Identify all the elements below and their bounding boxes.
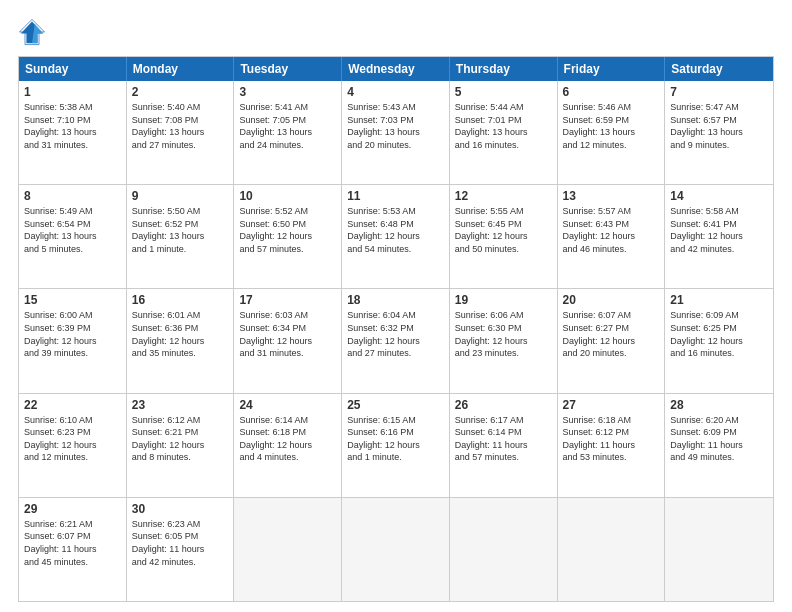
cell-line-1: Sunset: 6:43 PM (563, 218, 660, 231)
header-day-friday: Friday (558, 57, 666, 81)
cell-line-3: and 49 minutes. (670, 451, 768, 464)
day-number: 4 (347, 85, 444, 99)
day-number: 15 (24, 293, 121, 307)
cell-line-3: and 16 minutes. (670, 347, 768, 360)
day-number: 7 (670, 85, 768, 99)
cell-line-1: Sunset: 6:12 PM (563, 426, 660, 439)
cell-line-0: Sunrise: 6:23 AM (132, 518, 229, 531)
cell-line-2: Daylight: 13 hours (455, 126, 552, 139)
cell-line-3: and 35 minutes. (132, 347, 229, 360)
calendar-row-5: 29Sunrise: 6:21 AMSunset: 6:07 PMDayligh… (19, 497, 773, 601)
day-number: 28 (670, 398, 768, 412)
calendar-cell-22: 22Sunrise: 6:10 AMSunset: 6:23 PMDayligh… (19, 394, 127, 497)
cell-line-0: Sunrise: 5:43 AM (347, 101, 444, 114)
cell-line-3: and 20 minutes. (347, 139, 444, 152)
cell-line-1: Sunset: 6:14 PM (455, 426, 552, 439)
cell-line-1: Sunset: 6:59 PM (563, 114, 660, 127)
calendar-row-4: 22Sunrise: 6:10 AMSunset: 6:23 PMDayligh… (19, 393, 773, 497)
day-number: 25 (347, 398, 444, 412)
cell-line-0: Sunrise: 6:12 AM (132, 414, 229, 427)
cell-line-2: Daylight: 11 hours (455, 439, 552, 452)
cell-line-2: Daylight: 12 hours (239, 335, 336, 348)
logo (18, 18, 50, 46)
calendar-cell-23: 23Sunrise: 6:12 AMSunset: 6:21 PMDayligh… (127, 394, 235, 497)
calendar-cell-15: 15Sunrise: 6:00 AMSunset: 6:39 PMDayligh… (19, 289, 127, 392)
day-number: 14 (670, 189, 768, 203)
day-number: 23 (132, 398, 229, 412)
header-day-saturday: Saturday (665, 57, 773, 81)
cell-line-0: Sunrise: 6:18 AM (563, 414, 660, 427)
day-number: 1 (24, 85, 121, 99)
cell-line-0: Sunrise: 6:15 AM (347, 414, 444, 427)
cell-line-3: and 1 minute. (347, 451, 444, 464)
cell-line-3: and 53 minutes. (563, 451, 660, 464)
calendar-cell-17: 17Sunrise: 6:03 AMSunset: 6:34 PMDayligh… (234, 289, 342, 392)
calendar-row-1: 1Sunrise: 5:38 AMSunset: 7:10 PMDaylight… (19, 81, 773, 184)
cell-line-0: Sunrise: 5:38 AM (24, 101, 121, 114)
cell-line-2: Daylight: 12 hours (24, 439, 121, 452)
calendar-cell-29: 29Sunrise: 6:21 AMSunset: 6:07 PMDayligh… (19, 498, 127, 601)
cell-line-2: Daylight: 12 hours (239, 439, 336, 452)
day-number: 21 (670, 293, 768, 307)
cell-line-1: Sunset: 7:03 PM (347, 114, 444, 127)
day-number: 26 (455, 398, 552, 412)
calendar-cell-9: 9Sunrise: 5:50 AMSunset: 6:52 PMDaylight… (127, 185, 235, 288)
cell-line-1: Sunset: 6:39 PM (24, 322, 121, 335)
header-day-monday: Monday (127, 57, 235, 81)
cell-line-0: Sunrise: 6:20 AM (670, 414, 768, 427)
cell-line-2: Daylight: 12 hours (455, 335, 552, 348)
cell-line-1: Sunset: 6:34 PM (239, 322, 336, 335)
cell-line-3: and 9 minutes. (670, 139, 768, 152)
cell-line-0: Sunrise: 6:14 AM (239, 414, 336, 427)
cell-line-0: Sunrise: 5:47 AM (670, 101, 768, 114)
cell-line-0: Sunrise: 6:00 AM (24, 309, 121, 322)
cell-line-0: Sunrise: 5:58 AM (670, 205, 768, 218)
cell-line-2: Daylight: 12 hours (563, 230, 660, 243)
page: SundayMondayTuesdayWednesdayThursdayFrid… (0, 0, 792, 612)
cell-line-0: Sunrise: 6:17 AM (455, 414, 552, 427)
calendar-cell-25: 25Sunrise: 6:15 AMSunset: 6:16 PMDayligh… (342, 394, 450, 497)
cell-line-0: Sunrise: 6:06 AM (455, 309, 552, 322)
cell-line-2: Daylight: 13 hours (24, 230, 121, 243)
cell-line-2: Daylight: 12 hours (455, 230, 552, 243)
cell-line-0: Sunrise: 6:21 AM (24, 518, 121, 531)
calendar-cell-14: 14Sunrise: 5:58 AMSunset: 6:41 PMDayligh… (665, 185, 773, 288)
cell-line-2: Daylight: 11 hours (132, 543, 229, 556)
calendar-cell-21: 21Sunrise: 6:09 AMSunset: 6:25 PMDayligh… (665, 289, 773, 392)
calendar-cell-empty (558, 498, 666, 601)
day-number: 19 (455, 293, 552, 307)
day-number: 24 (239, 398, 336, 412)
cell-line-3: and 27 minutes. (132, 139, 229, 152)
cell-line-3: and 1 minute. (132, 243, 229, 256)
cell-line-2: Daylight: 13 hours (347, 126, 444, 139)
calendar-body: 1Sunrise: 5:38 AMSunset: 7:10 PMDaylight… (19, 81, 773, 601)
cell-line-2: Daylight: 12 hours (670, 335, 768, 348)
cell-line-2: Daylight: 11 hours (24, 543, 121, 556)
calendar-cell-27: 27Sunrise: 6:18 AMSunset: 6:12 PMDayligh… (558, 394, 666, 497)
cell-line-0: Sunrise: 5:40 AM (132, 101, 229, 114)
cell-line-1: Sunset: 6:41 PM (670, 218, 768, 231)
day-number: 5 (455, 85, 552, 99)
cell-line-1: Sunset: 6:57 PM (670, 114, 768, 127)
calendar-cell-empty (342, 498, 450, 601)
cell-line-0: Sunrise: 5:57 AM (563, 205, 660, 218)
calendar-cell-13: 13Sunrise: 5:57 AMSunset: 6:43 PMDayligh… (558, 185, 666, 288)
cell-line-2: Daylight: 12 hours (24, 335, 121, 348)
calendar-cell-3: 3Sunrise: 5:41 AMSunset: 7:05 PMDaylight… (234, 81, 342, 184)
cell-line-0: Sunrise: 6:07 AM (563, 309, 660, 322)
day-number: 6 (563, 85, 660, 99)
day-number: 13 (563, 189, 660, 203)
cell-line-2: Daylight: 13 hours (563, 126, 660, 139)
calendar-cell-7: 7Sunrise: 5:47 AMSunset: 6:57 PMDaylight… (665, 81, 773, 184)
calendar-cell-6: 6Sunrise: 5:46 AMSunset: 6:59 PMDaylight… (558, 81, 666, 184)
calendar-cell-empty (665, 498, 773, 601)
day-number: 3 (239, 85, 336, 99)
cell-line-0: Sunrise: 5:55 AM (455, 205, 552, 218)
calendar-header: SundayMondayTuesdayWednesdayThursdayFrid… (19, 57, 773, 81)
cell-line-3: and 57 minutes. (455, 451, 552, 464)
cell-line-2: Daylight: 12 hours (132, 439, 229, 452)
cell-line-3: and 27 minutes. (347, 347, 444, 360)
cell-line-3: and 16 minutes. (455, 139, 552, 152)
calendar-cell-empty (234, 498, 342, 601)
day-number: 8 (24, 189, 121, 203)
